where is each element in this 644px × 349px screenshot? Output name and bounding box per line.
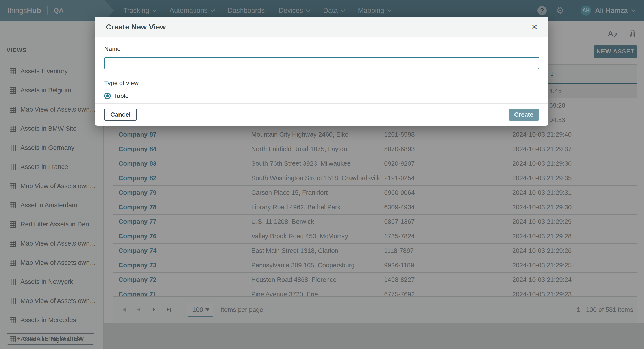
radio-selected-icon[interactable] <box>104 93 111 99</box>
type-of-view-label: Type of view <box>104 80 539 87</box>
modal-footer: Cancel Create <box>95 103 548 126</box>
create-button[interactable]: Create <box>508 109 539 121</box>
create-new-view-modal: Create New View ✕ Name Type of view Tabl… <box>95 16 548 126</box>
modal-body: Name Type of view Table <box>95 37 548 99</box>
modal-header: Create New View ✕ <box>95 16 548 37</box>
modal-title: Create New View <box>106 23 166 31</box>
view-name-input[interactable] <box>104 57 539 69</box>
view-type-radio-option[interactable]: Table <box>104 92 539 99</box>
name-field-label: Name <box>104 45 539 52</box>
radio-option-label: Table <box>114 92 128 99</box>
close-icon[interactable]: ✕ <box>532 23 538 30</box>
cancel-button[interactable]: Cancel <box>104 109 137 121</box>
